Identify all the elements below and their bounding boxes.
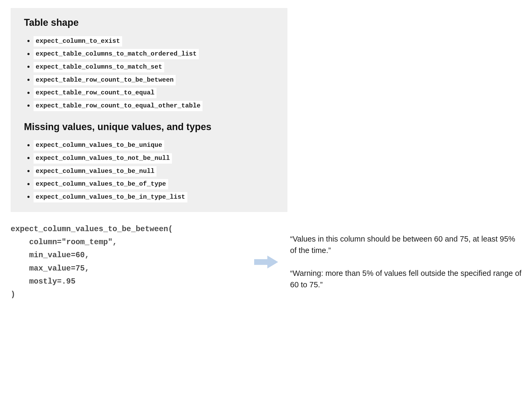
list-item: expect_column_values_to_be_in_type_list — [34, 192, 277, 202]
list-item: expect_column_values_to_not_be_null — [34, 153, 277, 164]
list-item: expect_table_row_count_to_be_between — [34, 74, 277, 85]
annotation-text: “Warning: more than 5% of values fell ou… — [290, 268, 522, 291]
code-chip: expect_column_to_exist — [34, 36, 122, 47]
document-page: Table shape expect_column_to_exist expec… — [0, 0, 532, 411]
code-chip: expect_table_columns_to_match_ordered_li… — [34, 49, 199, 59]
section-heading-missing-values: Missing values, unique values, and types — [24, 120, 277, 134]
missing-values-list: expect_column_values_to_be_unique expect… — [24, 140, 277, 202]
code-chip: expect_column_values_to_be_of_type — [34, 179, 168, 189]
table-shape-list: expect_column_to_exist expect_table_colu… — [24, 36, 277, 111]
list-item: expect_table_row_count_to_equal_other_ta… — [34, 100, 277, 111]
arrow-right-icon — [254, 254, 278, 270]
list-item: expect_column_values_to_be_unique — [34, 140, 277, 151]
code-chip: expect_column_values_to_be_unique — [34, 140, 164, 151]
code-chip: expect_table_row_count_to_be_between — [34, 75, 176, 85]
example-row: expect_column_values_to_be_between( colu… — [11, 223, 522, 301]
code-chip: expect_column_values_to_not_be_null — [34, 153, 172, 164]
code-chip: expect_table_row_count_to_equal_other_ta… — [34, 101, 203, 111]
list-item: expect_column_values_to_be_of_type — [34, 179, 277, 190]
code-chip: expect_column_values_to_be_in_type_list — [34, 192, 187, 202]
example-code: expect_column_values_to_be_between( colu… — [11, 223, 250, 301]
code-chip: expect_column_values_to_be_null — [34, 166, 156, 177]
expectations-panel: Table shape expect_column_to_exist expec… — [11, 8, 287, 212]
code-chip: expect_table_row_count_to_equal — [34, 88, 156, 98]
list-item: expect_table_columns_to_match_ordered_li… — [34, 49, 277, 60]
list-item: expect_table_row_count_to_equal — [34, 88, 277, 98]
section-heading-table-shape: Table shape — [24, 15, 277, 30]
list-item: expect_column_values_to_be_null — [34, 166, 277, 177]
annotation-text: “Values in this column should be between… — [290, 233, 522, 256]
list-item: expect_table_columns_to_match_set — [34, 61, 277, 72]
list-item: expect_column_to_exist — [34, 36, 277, 47]
arrow-cell — [250, 254, 282, 270]
code-chip: expect_table_columns_to_match_set — [34, 62, 164, 72]
svg-marker-0 — [254, 255, 278, 268]
example-annotations: “Values in this column should be between… — [282, 233, 522, 291]
